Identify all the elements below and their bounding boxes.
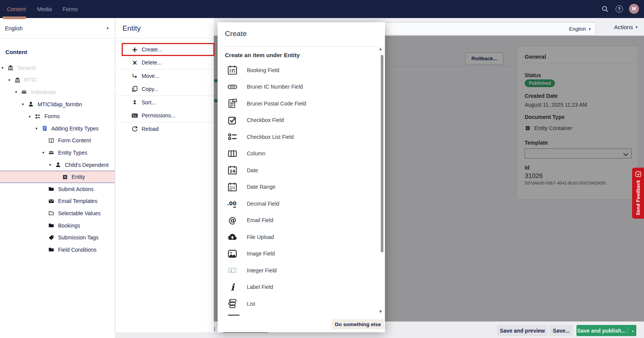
- content-tree: ▾Tenants▾MTIC▾Individuals▾MTIC\ldap_form…: [0, 62, 115, 256]
- create-item-date[interactable]: 14Date: [218, 162, 385, 178]
- at-icon: @: [227, 215, 238, 226]
- tree-item-field-conditions[interactable]: Field Conditions: [0, 244, 115, 256]
- tree-item-mtic[interactable]: ▾MTIC: [0, 74, 115, 86]
- actions-menu[interactable]: Actions ▾: [614, 18, 637, 36]
- create-item-list[interactable]: List: [218, 295, 385, 312]
- create-item-label-field[interactable]: iLabel Field: [218, 279, 385, 295]
- create-item-file-upload[interactable]: File Upload: [218, 229, 385, 245]
- create-item-brunei-ic-number-field[interactable]: Brunei IC Number Field: [218, 79, 385, 95]
- create-item-booking-field[interactable]: Booking Field: [218, 62, 385, 78]
- save-and-publish-button[interactable]: Save and publish...▴: [576, 325, 636, 336]
- menu-item-label: Reload: [142, 126, 159, 132]
- tree-caret-icon[interactable]: ▾: [49, 163, 55, 167]
- button-label: Save and publish...: [577, 328, 626, 334]
- menu-item-label: Permissions...: [142, 112, 175, 119]
- menu-item-delete[interactable]: ×Delete...: [116, 56, 214, 69]
- tab-content[interactable]: Content: [7, 0, 26, 18]
- tree-item-individuals[interactable]: ▾Individuals: [0, 86, 115, 98]
- tree-item-email-templates[interactable]: Email Templates: [0, 195, 115, 208]
- decimal-icon: .00: [227, 198, 238, 209]
- menu-item-copy[interactable]: Copy...: [116, 82, 214, 96]
- tree-item-label: Field Conditions: [58, 247, 96, 253]
- cloud-upload-icon: [227, 231, 238, 242]
- context-menu-group: Reload: [116, 122, 214, 135]
- tree-item-entity[interactable]: Entity: [0, 171, 115, 183]
- send-feedback-tab[interactable]: Send Feedback: [632, 168, 644, 219]
- create-item-integer-field[interactable]: 1Integer Field: [218, 262, 385, 279]
- variant-language-label: English: [569, 26, 586, 32]
- caret-up-icon[interactable]: ▴: [632, 329, 634, 333]
- chevron-down-icon: ▾: [636, 25, 637, 29]
- create-item-column[interactable]: Column: [218, 145, 385, 162]
- svg-text:i: i: [231, 282, 235, 293]
- list-stack-icon: [227, 298, 238, 309]
- user-icon: [28, 101, 34, 107]
- user-avatar[interactable]: M: [629, 4, 639, 14]
- scroll-up-icon[interactable]: ▲: [379, 47, 382, 51]
- help-icon[interactable]: ?: [616, 5, 623, 13]
- save-button[interactable]: Save...: [550, 325, 573, 336]
- sidebar-language-dropdown[interactable]: English ▾: [0, 18, 115, 39]
- tree-item-tenants[interactable]: ▾Tenants: [0, 62, 115, 74]
- create-item-label: Checkbox Field: [247, 117, 284, 123]
- tree-item-label: Tenants: [17, 65, 36, 71]
- menu-item-permissions[interactable]: Permissions...: [116, 109, 214, 122]
- entity-grid-icon: [62, 174, 68, 180]
- context-menu-group: ↕Sort...Permissions...: [116, 96, 214, 122]
- tree-caret-icon[interactable]: ▾: [29, 114, 35, 119]
- do-something-else-button[interactable]: Do something else: [332, 319, 384, 329]
- tree-caret-icon[interactable]: ▾: [8, 78, 14, 82]
- tree-item-forms[interactable]: ▾Forms: [0, 110, 115, 122]
- dialog-title: Create: [218, 22, 385, 47]
- tree-section-title: Content: [5, 49, 115, 55]
- menu-item-reload[interactable]: Reload: [116, 122, 214, 135]
- create-item-image-field[interactable]: Image Field: [218, 246, 385, 262]
- tree-caret-icon[interactable]: ▾: [36, 126, 41, 130]
- save-and-preview-button[interactable]: Save and preview: [497, 325, 548, 336]
- create-item-decimal-field[interactable]: .00Decimal Field: [218, 195, 385, 212]
- calendar-check-icon: [227, 64, 238, 76]
- tree-item-mtic-ldap-formbn[interactable]: ▾MTIC\ldap_formbn: [0, 98, 115, 110]
- create-item-label: Date: [247, 167, 258, 173]
- chevron-down-icon: ▾: [589, 27, 591, 31]
- tree-item-label: Forms: [45, 113, 60, 119]
- tree-item-form-content[interactable]: Form Content: [0, 135, 115, 147]
- tree-item-submission-tags[interactable]: Submission Tags: [0, 231, 115, 244]
- menu-item-sort[interactable]: ↕Sort...: [116, 96, 214, 109]
- tree-item-label: MTIC: [24, 77, 37, 83]
- tree-caret-icon[interactable]: ▾: [42, 150, 48, 155]
- book-icon: [48, 137, 54, 144]
- tab-media[interactable]: Media: [37, 0, 52, 18]
- menu-item-move[interactable]: Move...: [116, 69, 214, 82]
- variant-language-selector[interactable]: English ▾: [569, 26, 596, 32]
- tree-item-adding-entity-types[interactable]: ▾Adding Entity Types: [0, 122, 115, 135]
- create-item-date-range[interactable]: Date Range: [218, 179, 385, 195]
- tree-caret-icon[interactable]: ▾: [2, 66, 7, 70]
- search-icon[interactable]: [601, 5, 609, 13]
- context-menu-group: +Create...×Delete...: [116, 43, 214, 69]
- create-item-email-field[interactable]: @Email Field: [218, 212, 385, 229]
- tree-item-submit-actions[interactable]: Submit Actions: [0, 183, 115, 195]
- create-item-checkbox-list-field[interactable]: Checkbox List Field: [218, 129, 385, 145]
- create-item-checkbox-field[interactable]: Checkbox Field: [218, 112, 385, 129]
- svg-text:.00: .00: [227, 200, 237, 206]
- bank-icon: [14, 77, 21, 83]
- tree-item-entity-types[interactable]: ▾Entity Types: [0, 147, 115, 159]
- sort-icon: ↕: [131, 99, 139, 106]
- tree-item-bookings[interactable]: Bookings: [0, 219, 115, 232]
- tree-caret-icon[interactable]: ▾: [22, 102, 28, 106]
- tree-item-label: Selectable Values: [58, 210, 101, 216]
- context-menu-list: +Create...×Delete...Move...Copy...↕Sort.…: [116, 43, 214, 135]
- menu-item-create[interactable]: +Create...: [116, 43, 214, 56]
- tree-item-label: Entity: [72, 174, 85, 180]
- create-item-brunei-postal-code-field[interactable]: Brunei Postal Code Field: [218, 95, 385, 112]
- create-item-label: Image Field: [247, 251, 275, 257]
- tab-forms[interactable]: Forms: [63, 0, 78, 18]
- tree-item-child-s-dependent[interactable]: ▾Child's Dependent: [0, 159, 115, 171]
- tag-icon: [48, 234, 54, 241]
- umbraco-backoffice: ? M ContentMediaForms English ▾ Actions …: [0, 0, 644, 338]
- plus-icon: +: [131, 46, 139, 53]
- tree-item-selectable-values[interactable]: Selectable Values: [0, 207, 115, 219]
- create-item-label: Brunei IC Number Field: [247, 84, 303, 90]
- tree-caret-icon[interactable]: ▾: [15, 90, 21, 94]
